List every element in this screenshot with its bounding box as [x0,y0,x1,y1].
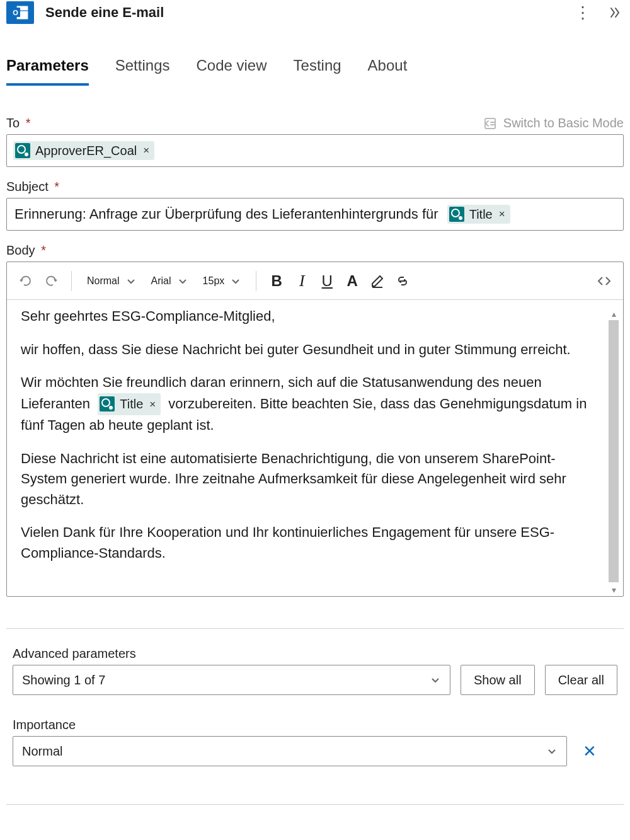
chevron-down-icon [546,745,558,757]
more-icon[interactable]: ⋮ [575,4,591,21]
tab-code-view[interactable]: Code view [196,57,266,86]
outlook-icon: O [6,1,34,24]
redo-button[interactable] [40,268,62,294]
importance-label: Importance [6,718,624,732]
to-label: To * [6,116,30,130]
body-label: Body * [6,243,46,258]
scroll-thumb[interactable] [609,320,619,582]
sharepoint-token-icon [449,207,464,222]
body-scrollbar[interactable]: ▴ ▾ [607,309,621,594]
recipient-pill[interactable]: ApproverER_Coal × [13,141,154,160]
scroll-up-icon[interactable]: ▴ [607,309,621,318]
subject-title-pill[interactable]: Title × [447,205,510,224]
clear-importance-button[interactable]: ✕ [578,742,601,761]
show-all-button[interactable]: Show all [461,665,535,695]
remove-pill-icon[interactable]: × [149,396,156,412]
clear-all-button[interactable]: Clear all [545,665,617,695]
highlight-button[interactable] [366,268,389,294]
advanced-parameters-label: Advanced parameters [6,647,624,661]
importance-dropdown[interactable]: Normal [13,736,567,766]
body-content[interactable]: Sehr geehrtes ESG-Compliance-Mitglied, w… [7,300,623,596]
undo-button[interactable] [14,268,37,294]
subject-field[interactable]: Erinnerung: Anfrage zur Überprüfung des … [6,198,624,231]
collapse-panel-icon[interactable] [607,6,620,19]
body-editor: Normal Arial 15px B I U A [6,262,624,597]
remove-pill-icon[interactable]: × [499,208,505,221]
scroll-down-icon[interactable]: ▾ [607,585,621,594]
to-field[interactable]: ApproverER_Coal × [6,134,624,167]
svg-text:O: O [13,9,18,16]
sharepoint-token-icon [15,143,30,158]
code-view-button[interactable] [593,268,616,294]
link-button[interactable] [391,268,414,294]
switch-mode-icon [483,117,497,130]
advanced-parameters-dropdown[interactable]: Showing 1 of 7 [13,665,450,695]
paragraph-style-dropdown[interactable]: Normal [81,275,142,287]
remove-pill-icon[interactable]: × [143,144,149,157]
section-divider [6,804,624,805]
tabs: Parameters Settings Code view Testing Ab… [0,25,630,86]
chevron-down-icon [430,674,441,686]
font-color-button[interactable]: A [341,268,364,294]
rte-toolbar: Normal Arial 15px B I U A [7,262,623,300]
action-header: O Sende eine E-mail ⋮ [0,0,630,25]
underline-button[interactable]: U [316,268,338,294]
font-family-dropdown[interactable]: Arial [145,275,194,287]
font-size-dropdown[interactable]: 15px [197,275,248,287]
switch-basic-mode[interactable]: Switch to Basic Mode [483,116,624,130]
action-title: Sende eine E-mail [45,4,575,21]
bold-button[interactable]: B [265,268,288,294]
tab-parameters[interactable]: Parameters [6,57,89,86]
tab-about[interactable]: About [368,57,408,86]
tab-testing[interactable]: Testing [294,57,341,86]
italic-button[interactable]: I [290,268,313,294]
tab-settings[interactable]: Settings [115,57,170,86]
section-divider [6,628,624,629]
sharepoint-token-icon [100,396,115,411]
subject-label: Subject * [6,180,59,194]
body-title-pill[interactable]: Title × [98,393,161,416]
